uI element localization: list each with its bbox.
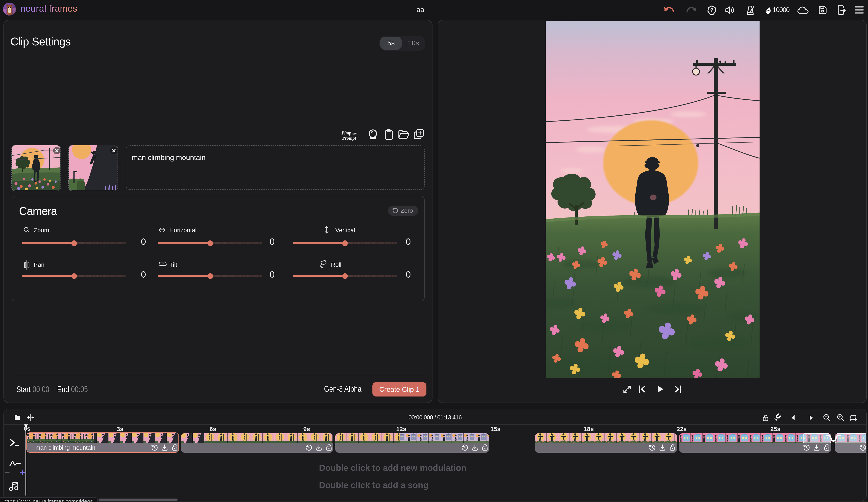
- svg-text:?: ?: [710, 7, 713, 13]
